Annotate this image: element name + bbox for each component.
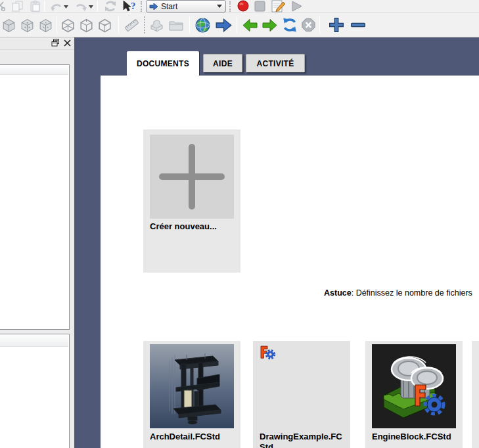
tab-documents-label: DOCUMENTS — [137, 59, 189, 68]
create-new-label: Créer nouveau... — [150, 221, 235, 232]
copy-icon[interactable] — [11, 1, 24, 12]
file-card-partial[interactable] — [472, 341, 479, 448]
separator — [118, 16, 119, 34]
tab-activite-label: ACTIVITÉ — [256, 59, 294, 68]
workbench-arrow-icon — [149, 3, 158, 11]
toolbar-drag-handle[interactable] — [144, 16, 146, 34]
toolbar-drag-handle[interactable] — [141, 1, 143, 12]
tree-view-header — [0, 66, 68, 75]
whats-this-icon[interactable]: ? — [122, 1, 137, 12]
macro-play-icon[interactable] — [289, 0, 304, 12]
create-new-card[interactable]: Créer nouveau... — [143, 129, 240, 273]
create-part-icon[interactable] — [149, 17, 165, 33]
macro-stop-icon[interactable] — [253, 0, 267, 12]
draw-style-box-2-icon[interactable] — [19, 16, 35, 34]
tree-view-panel[interactable] — [0, 64, 70, 330]
separator — [189, 16, 190, 34]
workbench-selector-value: Start — [161, 2, 217, 11]
tab-documents[interactable]: DOCUMENTS — [127, 51, 199, 76]
file-name: DrawingExample.FCStd — [260, 432, 345, 448]
close-icon[interactable] — [63, 39, 72, 47]
start-arrow-icon[interactable] — [215, 17, 233, 34]
toolbar-row-view — [0, 13, 479, 37]
separator — [319, 16, 320, 34]
svg-text:?: ? — [131, 1, 136, 11]
tip-text: : Définissez le nombre de fichiers — [352, 288, 472, 298]
freecad-file-icon — [260, 346, 276, 361]
measure-icon[interactable] — [124, 16, 140, 34]
redo-dropdown-icon[interactable] — [87, 3, 95, 11]
left-dock — [0, 37, 74, 448]
zoom-out-icon[interactable] — [350, 16, 367, 34]
chevron-down-icon — [217, 5, 222, 8]
browser-reload-icon[interactable] — [281, 16, 298, 34]
paste-icon[interactable] — [30, 1, 41, 12]
draw-style-box-1-icon[interactable] — [1, 16, 17, 34]
macro-edit-icon[interactable] — [271, 0, 286, 12]
browser-forward-icon[interactable] — [262, 17, 277, 34]
zoom-in-icon[interactable] — [328, 16, 345, 34]
workbench-selector[interactable]: Start — [146, 0, 226, 12]
tab-aide-label: AIDE — [213, 59, 233, 68]
web-icon[interactable] — [194, 17, 211, 34]
separator — [237, 16, 237, 34]
dock-titlebar[interactable] — [0, 37, 74, 50]
refresh-icon[interactable] — [103, 1, 118, 12]
undo-dropdown-icon[interactable] — [62, 3, 70, 11]
browser-back-icon[interactable] — [242, 17, 258, 34]
cut-icon[interactable] — [0, 1, 6, 11]
property-panel-header — [0, 335, 68, 347]
draw-style-box-3-icon[interactable] — [37, 16, 54, 34]
draw-style-box-5-icon[interactable] — [78, 16, 95, 34]
file-card-archdetail[interactable]: ArchDetail.FCStd 220Kb — [143, 341, 240, 448]
file-card-engineblock[interactable]: EngineBlock.FCStd 61Kb — [365, 341, 463, 448]
toolbar-drag-handle[interactable] — [229, 1, 231, 12]
start-page-tabbar: DOCUMENTS AIDE ACTIVITÉ — [74, 51, 479, 76]
separator — [44, 1, 45, 12]
property-panel[interactable] — [0, 334, 70, 448]
redo-icon[interactable] — [75, 1, 87, 12]
separator — [57, 16, 57, 34]
macro-record-icon[interactable] — [236, 0, 250, 12]
tip-bold: Astuce — [324, 288, 352, 298]
tab-aide[interactable]: AIDE — [203, 54, 242, 72]
file-card-drawingexample[interactable]: DrawingExample.FCStd — [253, 341, 350, 448]
archdetail-thumbnail — [150, 344, 234, 428]
start-page-content: Créer nouveau... Astuce: Définissez le n… — [101, 76, 479, 448]
tip-line: Astuce: Définissez le nombre de fichiers — [324, 288, 472, 298]
draw-style-box-6-icon[interactable] — [97, 16, 113, 34]
plus-icon — [150, 135, 234, 219]
toolbar-row-standard: ? Start — [0, 0, 479, 13]
browser-stop-icon[interactable] — [301, 17, 316, 33]
tab-activite[interactable]: ACTIVITÉ — [246, 54, 305, 72]
engineblock-thumbnail — [372, 344, 456, 428]
undo-icon[interactable] — [50, 1, 62, 12]
draw-style-box-4-icon[interactable] — [60, 16, 76, 34]
toolbar: ? Start — [0, 0, 479, 37]
create-group-icon[interactable] — [168, 18, 184, 32]
file-name: EngineBlock.FCStd — [372, 432, 457, 442]
mdi-area: DOCUMENTS AIDE ACTIVITÉ Créer nouveau...… — [74, 37, 479, 448]
separator — [97, 1, 98, 12]
file-name: ArchDetail.FCStd — [150, 432, 235, 442]
float-icon[interactable] — [51, 39, 60, 47]
